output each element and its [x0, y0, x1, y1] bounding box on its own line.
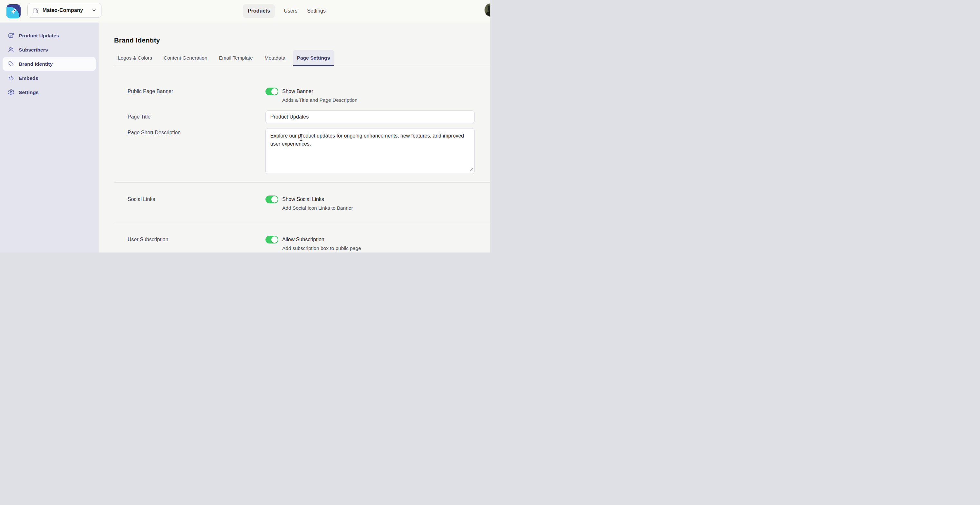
page-title-input[interactable] — [266, 110, 474, 123]
show-social-links-toggle-desc: Add Social Icon Links to Banner — [282, 204, 353, 212]
user-subscription-label: User Subscription — [114, 236, 266, 243]
page-short-description-label: Page Short Description — [114, 128, 266, 137]
tab-content-generation[interactable]: Content Generation — [160, 50, 211, 66]
sidebar-item-subscribers[interactable]: Subscribers — [3, 43, 96, 57]
app-logo[interactable] — [6, 4, 21, 18]
show-social-links-toggle-label: Show Social Links — [282, 195, 353, 203]
public-page-banner-row: Public Page Banner Show Banner Adds a Ti… — [114, 87, 474, 104]
changelog-icon — [8, 32, 14, 39]
sidebar-item-settings[interactable]: Settings — [3, 85, 96, 99]
nav-users[interactable]: Users — [283, 8, 298, 14]
show-banner-toggle-desc: Adds a Title and Page Description — [282, 96, 358, 104]
tab-bar: Logos & Colors Content Generation Email … — [114, 50, 490, 66]
nav-products[interactable]: Products — [243, 4, 275, 18]
tab-metadata[interactable]: Metadata — [261, 50, 289, 66]
user-subscription-section: User Subscription Allow Subscription Add… — [114, 236, 490, 252]
tab-email-template[interactable]: Email Template — [215, 50, 257, 66]
code-icon — [8, 75, 14, 81]
page-title-label: Page Title — [114, 110, 266, 121]
toggle-knob — [271, 88, 278, 95]
main-content: Brand Identity Logos & Colors Content Ge… — [99, 22, 490, 252]
sidebar-item-label: Settings — [19, 89, 39, 95]
company-selector[interactable]: Mateo-Company — [27, 3, 102, 18]
public-page-banner-label: Public Page Banner — [114, 87, 266, 95]
nav-settings[interactable]: Settings — [306, 8, 326, 14]
show-banner-toggle[interactable] — [266, 87, 278, 95]
social-links-section: Social Links Show Social Links Add Socia… — [114, 195, 490, 212]
sidebar-item-label: Brand Identity — [19, 61, 53, 67]
show-social-links-toggle[interactable] — [266, 195, 278, 203]
sidebar-item-embeds[interactable]: Embeds — [3, 71, 96, 85]
sidebar-item-label: Embeds — [19, 75, 38, 81]
company-name: Mateo-Company — [43, 7, 83, 13]
users-icon — [8, 46, 14, 53]
toggle-knob — [271, 237, 278, 243]
toggle-knob — [271, 196, 278, 203]
building-icon — [32, 7, 39, 14]
sidebar: Product Updates Subscribers Brand Id — [0, 22, 99, 252]
section-divider — [114, 182, 490, 183]
allow-subscription-toggle-label: Allow Subscription — [282, 236, 361, 243]
page-title-row: Page Title — [114, 110, 474, 123]
gear-icon — [8, 89, 14, 96]
tag-icon — [8, 60, 14, 67]
sidebar-item-label: Product Updates — [19, 33, 59, 39]
allow-subscription-toggle[interactable] — [266, 236, 278, 243]
page-short-description-row: Page Short Description Explore our produ… — [114, 128, 474, 174]
sidebar-item-label: Subscribers — [19, 47, 48, 53]
sidebar-item-brand-identity[interactable]: Brand Identity — [3, 57, 96, 71]
allow-subscription-toggle-desc: Add subscription box to public page — [282, 245, 361, 252]
chevron-down-icon — [91, 8, 97, 13]
page-short-description-textarea[interactable]: Explore our product updates for ongoing … — [266, 128, 474, 174]
page-title: Brand Identity — [114, 36, 490, 44]
rocket-icon — [10, 7, 18, 16]
tab-page-settings[interactable]: Page Settings — [293, 50, 334, 66]
social-links-label: Social Links — [114, 195, 266, 203]
user-subscription-row: User Subscription Allow Subscription Add… — [114, 236, 474, 252]
top-bar: Mateo-Company Products Users Settings — [0, 0, 490, 22]
app-window: Mateo-Company Products Users Settings — [0, 0, 490, 252]
top-nav: Products Users Settings — [243, 4, 326, 18]
social-links-row: Social Links Show Social Links Add Socia… — [114, 195, 474, 212]
tab-logos-colors[interactable]: Logos & Colors — [114, 50, 156, 66]
page-settings-form: Public Page Banner Show Banner Adds a Ti… — [114, 87, 490, 174]
sidebar-item-product-updates[interactable]: Product Updates — [3, 29, 96, 43]
user-avatar[interactable] — [485, 3, 490, 17]
show-banner-toggle-label: Show Banner — [282, 87, 358, 95]
